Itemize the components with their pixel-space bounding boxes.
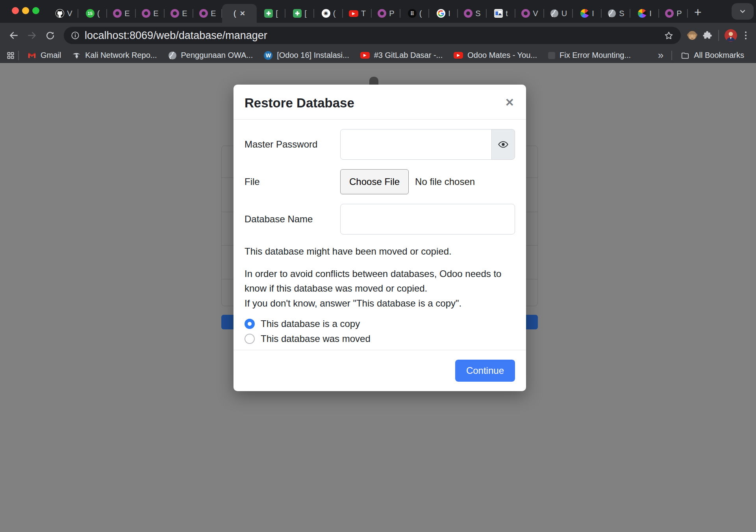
bookmark-item[interactable]: Penggunaan OWA... bbox=[163, 51, 259, 60]
database-copy-option[interactable]: This database is a copy bbox=[245, 318, 515, 329]
bookmark-item[interactable]: Gmail bbox=[22, 51, 67, 60]
choose-file-button[interactable]: Choose File bbox=[340, 169, 409, 194]
tab-title: S bbox=[475, 9, 480, 18]
dialog-title: Restore Database bbox=[245, 96, 504, 111]
site-info-icon[interactable] bbox=[71, 31, 80, 40]
tab-title: E bbox=[124, 9, 130, 18]
tab-strip: V15(EEEE(✕✚[✚[✳(▶TP⠿(IStVUISIP + bbox=[0, 0, 756, 23]
address-bar[interactable]: localhost:8069/web/database/manager bbox=[64, 27, 681, 44]
tab[interactable]: S bbox=[458, 4, 487, 23]
tab[interactable]: S bbox=[602, 4, 630, 23]
tab[interactable]: ▶T bbox=[343, 4, 372, 23]
tab-title: t bbox=[506, 9, 508, 18]
tab-title: P bbox=[676, 9, 682, 18]
tab[interactable]: V bbox=[515, 4, 544, 23]
moved-or-copied-text: This database might have been moved or c… bbox=[245, 244, 515, 259]
radio-unselected-icon[interactable] bbox=[245, 334, 255, 344]
new-tab-button[interactable]: + bbox=[694, 6, 702, 18]
youtube-icon: ▶ bbox=[360, 52, 370, 59]
bookmark-star-icon[interactable] bbox=[664, 31, 674, 41]
tab-list: V15(EEEE(✕✚[✚[✳(▶TP⠿(IStVUISIP bbox=[50, 4, 688, 23]
apps-grid-icon[interactable] bbox=[6, 51, 15, 60]
master-password-label: Master Password bbox=[245, 139, 340, 150]
sheets-icon: ✚ bbox=[293, 9, 302, 18]
tab[interactable]: V bbox=[50, 4, 78, 23]
tab[interactable]: ✚[ bbox=[285, 4, 314, 23]
master-password-row: Master Password bbox=[245, 129, 515, 160]
tab[interactable]: U bbox=[544, 4, 573, 23]
tab[interactable]: E bbox=[165, 4, 193, 23]
blank-icon bbox=[548, 52, 555, 59]
reload-button[interactable] bbox=[42, 27, 58, 44]
bookmark-label: Fix Error Mounting... bbox=[560, 51, 631, 60]
browser-menu-button[interactable] bbox=[741, 31, 750, 39]
extensions-puzzle-icon[interactable] bbox=[702, 30, 713, 41]
bookmark-label: [Odoo 16] Instalasi... bbox=[277, 51, 349, 60]
tab-title: S bbox=[619, 9, 624, 18]
bookmarks-overflow-button[interactable]: » bbox=[653, 49, 668, 61]
toolbar-actions bbox=[686, 29, 750, 42]
bookmarks-divider bbox=[18, 51, 19, 60]
tab-search-chevron-button[interactable] bbox=[732, 3, 754, 20]
bookmark-item[interactable]: W[Odoo 16] Instalasi... bbox=[258, 51, 354, 60]
copy-advice-line: If you don't know, answer "This database… bbox=[245, 298, 461, 308]
reload-icon bbox=[45, 31, 55, 41]
image-icon bbox=[494, 9, 503, 18]
bookmark-item[interactable]: ▶Odoo Mates - You... bbox=[448, 51, 543, 60]
kali-icon bbox=[72, 51, 81, 60]
globe-icon bbox=[168, 51, 177, 60]
radio-selected-icon[interactable] bbox=[245, 319, 255, 329]
database-name-input[interactable] bbox=[340, 204, 515, 235]
all-bookmarks-button[interactable]: All Bookmarks bbox=[675, 51, 750, 60]
profile-avatar[interactable] bbox=[724, 29, 737, 42]
no-file-chosen-text: No file chosen bbox=[415, 176, 475, 187]
url-text[interactable]: localhost:8069/web/database/manager bbox=[85, 30, 659, 42]
tab[interactable]: ⠿( bbox=[400, 4, 429, 23]
tab-active[interactable]: (✕ bbox=[222, 4, 257, 23]
window-zoom-button[interactable] bbox=[32, 7, 39, 14]
tab[interactable]: ✚[ bbox=[257, 4, 285, 23]
bookmark-item[interactable]: Fix Error Mounting... bbox=[543, 51, 636, 60]
dialog-body: Master Password File Choose File No file… bbox=[233, 120, 526, 350]
tab-title: ( bbox=[233, 9, 236, 18]
show-password-button[interactable] bbox=[491, 129, 515, 160]
tab[interactable]: I bbox=[573, 4, 602, 23]
chatgpt-icon: ✳ bbox=[322, 9, 330, 18]
tab-title: V bbox=[533, 9, 538, 18]
tab[interactable]: E bbox=[107, 4, 136, 23]
continue-button[interactable]: Continue bbox=[455, 360, 515, 382]
dialog-footer: Continue bbox=[233, 350, 526, 391]
odoo-icon bbox=[378, 9, 386, 18]
tab-title: E bbox=[211, 9, 216, 18]
window-close-button[interactable] bbox=[12, 7, 19, 14]
tab[interactable]: E bbox=[136, 4, 165, 23]
folder-icon bbox=[681, 51, 689, 60]
pinwheel-icon bbox=[638, 9, 647, 18]
tab-title: V bbox=[67, 9, 72, 18]
tab[interactable]: 15( bbox=[78, 4, 107, 23]
database-moved-option[interactable]: This database was moved bbox=[245, 333, 515, 344]
monkey-extension-icon[interactable] bbox=[686, 30, 698, 41]
tab[interactable]: t bbox=[487, 4, 515, 23]
tab-title: [ bbox=[276, 9, 278, 18]
avatar-photo bbox=[724, 29, 737, 42]
tab[interactable]: ✳( bbox=[314, 4, 343, 23]
close-icon[interactable]: ✕ bbox=[504, 96, 515, 110]
tab-close-icon[interactable]: ✕ bbox=[240, 9, 245, 18]
forward-button[interactable] bbox=[24, 27, 40, 44]
tab-title: ( bbox=[333, 9, 336, 18]
tab[interactable]: I bbox=[630, 4, 659, 23]
dimmed-page-logo bbox=[369, 77, 378, 85]
master-password-input[interactable] bbox=[340, 129, 492, 160]
window-minimize-button[interactable] bbox=[22, 7, 29, 14]
tab[interactable]: P bbox=[659, 4, 688, 23]
back-button[interactable] bbox=[6, 27, 22, 44]
file-label: File bbox=[245, 176, 340, 187]
bookmark-item[interactable]: Kali Network Repo... bbox=[67, 51, 162, 60]
forward-icon bbox=[27, 30, 37, 41]
tab-title: ( bbox=[97, 9, 100, 18]
tab[interactable]: P bbox=[372, 4, 400, 23]
tab[interactable]: E bbox=[193, 4, 222, 23]
tab[interactable]: I bbox=[429, 4, 458, 23]
bookmark-item[interactable]: ▶#3 GitLab Dasar -... bbox=[355, 51, 448, 60]
